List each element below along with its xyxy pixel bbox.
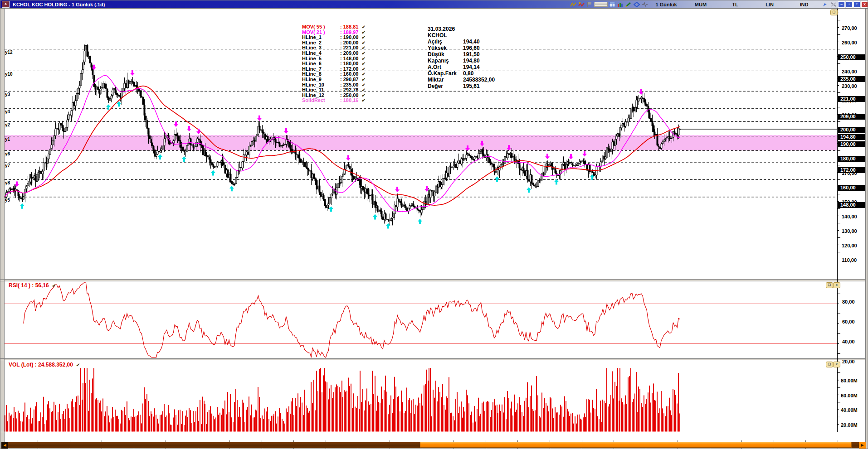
check-icon: ✔ [361, 51, 365, 56]
scroll-left-icon[interactable]: ◀ [1, 442, 8, 449]
indicator-button[interactable]: IND [787, 2, 821, 7]
info-miktar: Miktar24588352,00 [428, 77, 495, 83]
solid-rect-band [5, 135, 837, 150]
legend-row-solidrect: SolidRect: 180,16✔ [302, 98, 366, 103]
info-a-l-: Açılış194,40 [428, 39, 480, 45]
info-value: 0,80 [463, 70, 473, 77]
check-icon: ✔ [361, 82, 365, 87]
period-button[interactable]: 1 Günlük [649, 2, 683, 7]
info-value: 196,60 [463, 45, 480, 51]
grid-window-icon[interactable] [609, 1, 616, 8]
tools-icon[interactable] [830, 1, 837, 8]
legend-name: HLine_11 [302, 87, 340, 92]
info-label: Ö.Kap.Fark [428, 71, 463, 77]
legend-name: HLine_8 [302, 72, 340, 77]
price-axis-label: 110,00 [842, 257, 857, 263]
restore-button[interactable]: ▫ [846, 1, 853, 8]
trendline-tag-y12: y12 [5, 50, 13, 55]
diamond-navigate-icon[interactable] [633, 1, 640, 8]
hline-price-label: 200,00 [838, 127, 865, 133]
rsi-axis-label: 20,00 [842, 359, 855, 364]
info-date: 31.03.2026 [428, 26, 455, 32]
legend-value: : 221,00 [340, 45, 358, 50]
main-panel-restore-button[interactable]: ❏ [830, 10, 838, 15]
info-label: Değer [428, 83, 463, 89]
vol-indicator-label: VOL (Lot) : 24.588.352,00✔ [9, 362, 80, 368]
info-kapan-: Kapanış194,80 [428, 58, 480, 64]
price-axis-label: 260,00 [842, 40, 857, 45]
legend-name: MOV( 55 ) [302, 24, 340, 29]
check-icon: ✔ [361, 67, 365, 72]
check-icon: ✔ [361, 77, 365, 82]
hline-price-label: 148,00 [838, 202, 865, 208]
info-symbol: KCHOL [428, 33, 447, 39]
legend-name: HLine_9 [302, 77, 340, 82]
info-value: 194,14 [463, 64, 480, 70]
rsi-panel-restore-button[interactable]: ❏ [826, 282, 833, 288]
trendline-tag-y7: y7 [5, 163, 10, 168]
rsi-indicator-label: RSI( 14 ) : 56,16✔ [9, 282, 56, 289]
scale-button[interactable]: LIN [752, 2, 787, 7]
trendline-tag-y10: y10 [5, 72, 13, 77]
info-label: A.Ort [428, 64, 463, 70]
chart-type-icon[interactable] [617, 1, 624, 8]
legend-name: HLine_10 [302, 82, 340, 87]
legend-name: SolidRect [302, 98, 340, 103]
info-d-k: Düşük191,50 [428, 52, 480, 58]
horizontal-scrollbar[interactable]: ◀ ▶ [1, 442, 868, 449]
flag-icon[interactable] [586, 1, 593, 8]
legend-value: : 190,00 [340, 34, 358, 40]
vol-axis-label: 80.00M [841, 378, 858, 383]
legend-value: : 188,81 [340, 24, 358, 29]
pointer-arrow-icon[interactable] [822, 1, 829, 8]
legend-name: HLine_3 [302, 45, 340, 50]
chart-area: 270,00260,00250,00240,00230,00220,00210,… [0, 9, 868, 449]
legend-value: : 160,00 [340, 71, 358, 77]
price-axis-label: 120,00 [842, 243, 857, 248]
check-icon: ✔ [361, 40, 365, 45]
legend-value: : 209,00 [340, 50, 358, 56]
rsi-panel-close-button[interactable]: x [833, 282, 840, 288]
info-value: 194,80 [463, 58, 480, 64]
check-icon: ✔ [361, 61, 365, 66]
legend-value: : 290,87 [340, 77, 358, 82]
window-close-button[interactable]: x [861, 1, 868, 8]
formula-mini-button[interactable] [594, 2, 608, 7]
info-de-er: Değer195,61 [428, 83, 480, 89]
trading-app-window: x KCHOL KOC HOLDING - 1 Günlük (.1d) 1 G… [0, 0, 868, 449]
legend-value: : 180,16 [340, 97, 358, 103]
chart-title-bar: x KCHOL KOC HOLDING - 1 Günlük (.1d) 1 G… [0, 0, 868, 9]
minimize-button[interactable]: – [838, 1, 845, 8]
current-price-label: 194,80 [838, 134, 865, 140]
waveform-icon[interactable] [641, 1, 649, 8]
scrollbar-thumb[interactable] [420, 442, 852, 448]
zigzag-indicator-icon[interactable] [570, 1, 577, 8]
trendline-tag-y5: y5 [5, 198, 10, 203]
legend-value: : 189,97 [340, 29, 358, 35]
check-icon: ✔ [76, 362, 80, 367]
legend-name: HLine_6 [302, 61, 340, 66]
hline-price-label: 221,00 [838, 96, 865, 102]
legend-value: : 148,00 [340, 56, 358, 61]
rsi-axis-label: 40,00 [842, 339, 855, 344]
zigzag-alt-icon[interactable] [578, 1, 585, 8]
scroll-right-icon[interactable]: ▶ [859, 442, 866, 449]
vol-panel-restore-button[interactable]: ❏ [826, 362, 833, 367]
candle-style-button[interactable]: MUM [683, 2, 718, 7]
chart-close-icon[interactable]: x [2, 1, 10, 8]
info-a-ort: A.Ort194,14 [428, 64, 480, 70]
vol-axis-label: 40.00M [841, 407, 858, 413]
info-y-ksek: Yüksek196,60 [428, 45, 480, 51]
legend-value: : 200,00 [340, 40, 358, 45]
pencil-draw-icon[interactable] [625, 1, 632, 8]
hline-price-label: 235,00 [838, 76, 865, 82]
info-value: 194,40 [463, 39, 480, 45]
currency-button[interactable]: TL [718, 2, 752, 7]
vol-panel-close-button[interactable]: x [833, 362, 840, 367]
legend-name: MOV( 21 ) [302, 30, 340, 35]
check-icon: ✔ [361, 35, 365, 40]
maximize-button[interactable]: + [853, 1, 860, 8]
check-icon: ✔ [361, 93, 365, 98]
legend-value: : 180,00 [340, 61, 358, 66]
legend-value: : 235,00 [340, 82, 358, 87]
